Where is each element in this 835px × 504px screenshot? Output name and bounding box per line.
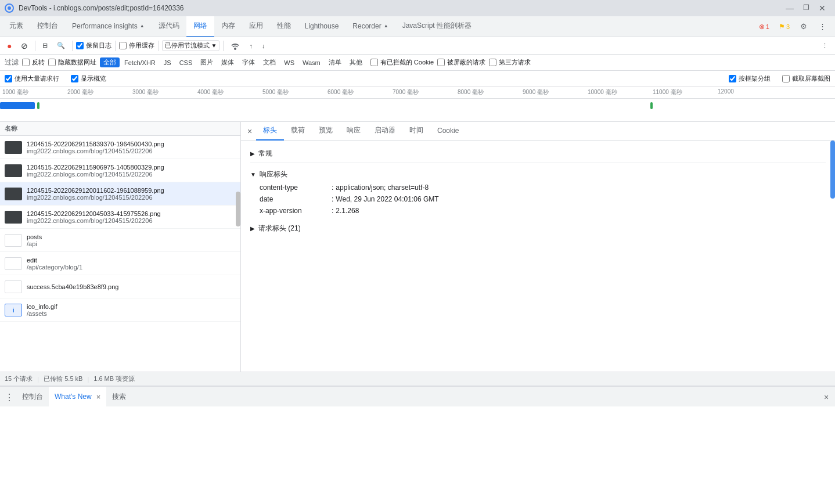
group-by-frame-checkbox[interactable]: [729, 75, 736, 82]
close-btn[interactable]: ✕: [819, 3, 826, 13]
invert-label[interactable]: 反转: [22, 58, 45, 67]
nav-tab-console[interactable]: 控制台: [30, 16, 65, 37]
nav-tab-memory[interactable]: 内存: [214, 16, 242, 37]
response-headers-section: ▼ 响应标头 content-type:application/json; ch…: [250, 167, 826, 217]
filter-button[interactable]: ⊟: [39, 39, 51, 52]
details-content: ▶ 常规 ▼ 响应标头 content-type:application/jso…: [241, 141, 835, 372]
blocked-req-checkbox[interactable]: [437, 59, 445, 66]
drawer-more-button[interactable]: ⋮: [2, 390, 16, 404]
filter-chip-字体[interactable]: 字体: [239, 57, 258, 67]
screenshot-label[interactable]: 截取屏幕截图: [782, 74, 830, 83]
nav-tab-recorder[interactable]: Recorder▲: [345, 16, 395, 37]
file-info-item-7: success.5cba40e19b83e8f9.png: [27, 283, 236, 290]
drawer-tab-whats-new[interactable]: What's New×: [49, 387, 106, 406]
file-list-item-item-6[interactable]: edit/api/category/blog/1: [0, 252, 240, 275]
drawer-tabs: ⋮ 控制台What's New×搜索 ×: [0, 387, 835, 406]
upload-button[interactable]: ↑: [246, 39, 256, 52]
close-tab-button[interactable]: ×: [243, 125, 256, 138]
warning-badge[interactable]: ⚑ 3: [775, 23, 793, 31]
disable-cache-label[interactable]: 停用缓存: [119, 41, 154, 50]
wifi-button[interactable]: [227, 39, 243, 52]
filter-chip-图片[interactable]: 图片: [197, 57, 217, 67]
blocked-req-label[interactable]: 被屏蔽的请求: [437, 58, 485, 67]
nav-tab-performance-insights[interactable]: Performance insights▲: [65, 16, 152, 37]
separator: [158, 41, 159, 51]
large-requests-checkbox[interactable]: [5, 75, 12, 82]
file-list-item-item-4[interactable]: 1204515-20220629120045033-415975526.pngi…: [0, 206, 240, 229]
disable-cache-checkbox[interactable]: [119, 42, 127, 49]
third-party-checkbox[interactable]: [489, 59, 496, 66]
transferred-size: 已传输 5.5 kB: [44, 375, 82, 383]
stop-button[interactable]: ⊘: [17, 39, 31, 52]
nav-tab-performance[interactable]: 性能: [270, 16, 298, 37]
details-tab-headers[interactable]: 标头: [256, 122, 284, 141]
details-tab-preview[interactable]: 预览: [312, 122, 340, 141]
drawer-tab-search[interactable]: 搜索: [106, 387, 132, 406]
screenshot-checkbox[interactable]: [782, 75, 790, 82]
drawer-tab-console[interactable]: 控制台: [16, 387, 49, 406]
details-tab-initiator[interactable]: 启动器: [368, 122, 402, 141]
nav-tab-application[interactable]: 应用: [242, 16, 270, 37]
file-list-item-item-2[interactable]: 1204515-20220629115906975-1405800329.png…: [0, 159, 240, 182]
filter-chip-文档[interactable]: 文档: [260, 57, 279, 67]
request-headers-header[interactable]: ▶ 请求标头 (21): [250, 221, 826, 236]
response-headers-header[interactable]: ▼ 响应标头: [250, 167, 826, 182]
filter-chip-全部[interactable]: 全部: [100, 57, 120, 67]
show-overview-checkbox[interactable]: [71, 75, 78, 82]
search-button[interactable]: 🔍: [53, 39, 69, 52]
filter-chip-Fetch/XHR[interactable]: Fetch/XHR: [121, 59, 159, 67]
details-scrollbar[interactable]: [830, 141, 835, 199]
settings-button[interactable]: ⚙: [796, 19, 812, 35]
toolbar-more-button[interactable]: ⋮: [818, 39, 832, 52]
file-list-item-item-8[interactable]: iico_info.gif/assets: [0, 298, 240, 322]
download-button[interactable]: ↓: [258, 39, 269, 52]
filter-chip-Wasm[interactable]: Wasm: [299, 59, 324, 67]
general-section-header[interactable]: ▶ 常规: [250, 145, 826, 163]
nav-tab-js-profiler[interactable]: JavaScript 性能剖析器: [395, 16, 478, 37]
details-tab-response[interactable]: 响应: [340, 122, 368, 141]
nav-tab-lighthouse[interactable]: Lighthouse: [298, 16, 346, 37]
whats-new-close-btn[interactable]: ×: [96, 393, 101, 401]
invert-checkbox[interactable]: [22, 59, 30, 66]
nav-tab-source[interactable]: 源代码: [152, 16, 186, 37]
more-button[interactable]: ⋮: [814, 19, 830, 35]
hide-data-label[interactable]: 隐藏数据网址: [48, 58, 96, 67]
file-list-scrollbar[interactable]: [236, 192, 240, 226]
nav-tab-network[interactable]: 网络: [186, 16, 214, 37]
file-list-item-item-7[interactable]: success.5cba40e19b83e8f9.png: [0, 275, 240, 298]
blocked-cookie-checkbox[interactable]: [370, 59, 378, 66]
large-requests-label[interactable]: 使用大量请求行: [5, 74, 59, 83]
details-tab-payload[interactable]: 载荷: [284, 122, 312, 141]
filter-chip-清单[interactable]: 清单: [325, 57, 345, 67]
group-by-frame-label[interactable]: 按框架分组: [729, 74, 771, 83]
file-url-item-8: /assets: [27, 310, 236, 317]
type-filters: 全部Fetch/XHRJSCSS图片媒体字体文档WSWasm清单其他: [100, 57, 366, 67]
file-info-item-1: 1204515-20220629115839370-1964500430.png…: [27, 141, 236, 154]
show-overview-label[interactable]: 显示概览: [71, 74, 106, 83]
file-list-item-item-5[interactable]: posts/api: [0, 229, 240, 252]
filter-chip-JS[interactable]: JS: [160, 59, 175, 67]
filter-chip-其他[interactable]: 其他: [346, 57, 366, 67]
maximize-btn[interactable]: ❐: [803, 3, 809, 13]
file-list-item-item-1[interactable]: 1204515-20220629115839370-1964500430.png…: [0, 136, 240, 159]
filter-chip-媒体[interactable]: 媒体: [218, 57, 237, 67]
filter-chip-CSS[interactable]: CSS: [176, 59, 196, 67]
hide-data-checkbox[interactable]: [48, 59, 56, 66]
filter-chip-WS[interactable]: WS: [280, 59, 298, 67]
streaming-mode-dropdown[interactable]: 已停用节流模式 ▼: [162, 40, 219, 51]
third-party-label[interactable]: 第三方请求: [489, 58, 531, 67]
header-name-1: date: [260, 195, 329, 203]
record-button[interactable]: ●: [3, 39, 15, 52]
error-badge[interactable]: ⊗ 1: [755, 23, 773, 31]
details-tab-timing[interactable]: 时间: [402, 122, 430, 141]
file-info-item-8: ico_info.gif/assets: [27, 303, 236, 317]
file-list-item-item-3[interactable]: 1204515-20220629120011602-1961088959.png…: [0, 182, 240, 206]
separator: [72, 41, 73, 51]
details-tab-cookie[interactable]: Cookie: [430, 122, 466, 141]
nav-tab-elements[interactable]: 元素: [2, 16, 30, 37]
preserve-log-checkbox[interactable]: [76, 42, 84, 49]
preserve-log-label[interactable]: 保留日志: [76, 41, 111, 50]
minimize-btn[interactable]: —: [786, 3, 794, 13]
drawer-close-button[interactable]: ×: [820, 391, 833, 404]
blocked-cookie-label[interactable]: 有已拦截的 Cookie: [370, 58, 434, 67]
